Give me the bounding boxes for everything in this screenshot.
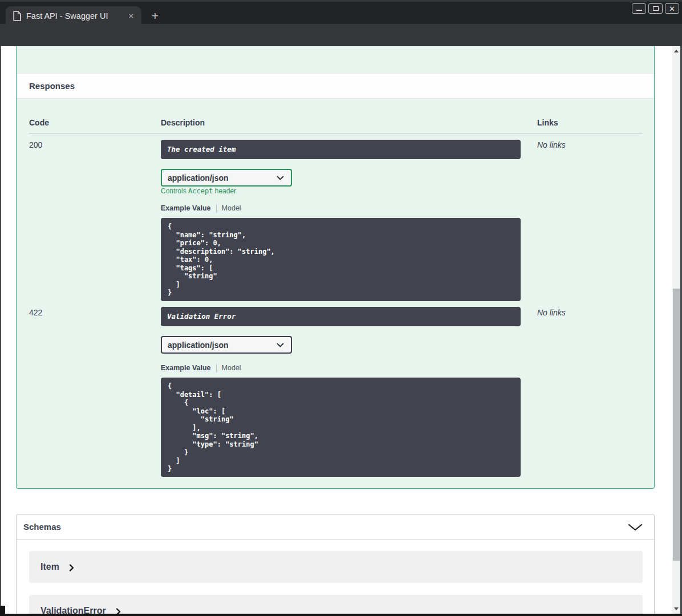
scrollbar-thumb[interactable] bbox=[673, 289, 680, 561]
schema-item-row[interactable]: Item bbox=[29, 551, 643, 583]
window-corner bbox=[0, 606, 5, 616]
media-type-select[interactable]: application/json bbox=[161, 169, 292, 187]
window-border-left bbox=[0, 46, 1, 616]
swagger-page: Responses Code Description Links 200 The… bbox=[1, 46, 680, 614]
page-scrollbar[interactable] bbox=[672, 46, 680, 614]
page-favicon-icon bbox=[13, 11, 21, 21]
response-code: 200 bbox=[29, 140, 42, 149]
response-links: No links bbox=[537, 308, 566, 317]
accept-header-note: Controls Accept header. bbox=[161, 187, 238, 195]
scroll-down-icon[interactable] bbox=[674, 607, 679, 610]
tab-model[interactable]: Model bbox=[222, 364, 241, 372]
chevron-right-icon bbox=[116, 608, 121, 614]
window-border-bottom bbox=[0, 614, 682, 616]
chevron-down-icon[interactable] bbox=[628, 524, 643, 531]
tab-title: Fast API - Swagger UI bbox=[26, 11, 117, 21]
schemas-title: Schemas bbox=[23, 514, 61, 539]
tab-close-icon[interactable]: × bbox=[125, 10, 137, 22]
scroll-up-icon[interactable] bbox=[674, 50, 679, 52]
model-example-tabs: Example Value Model bbox=[161, 204, 241, 213]
operation-panel: Responses Code Description Links 200 The… bbox=[16, 46, 655, 489]
col-header-code: Code bbox=[29, 118, 49, 127]
chevron-down-icon bbox=[277, 176, 284, 180]
responses-section-header: Responses bbox=[17, 73, 654, 99]
tab-strip: Fast API - Swagger UI × + ✕ bbox=[0, 0, 682, 24]
table-divider bbox=[29, 133, 643, 133]
chevron-down-icon bbox=[277, 343, 284, 347]
maximize-button[interactable] bbox=[648, 3, 663, 14]
schemas-section: Schemas Item ValidationError bbox=[16, 514, 655, 614]
schemas-header[interactable]: Schemas bbox=[17, 514, 654, 540]
model-example-tabs: Example Value Model bbox=[161, 363, 241, 372]
response-description: Validation Error bbox=[161, 307, 521, 326]
response-description: The created item bbox=[161, 140, 521, 159]
new-tab-button[interactable]: + bbox=[148, 9, 162, 23]
media-type-select[interactable]: application/json bbox=[161, 336, 292, 354]
window-controls: ✕ bbox=[632, 3, 679, 14]
browser-tab[interactable]: Fast API - Swagger UI × bbox=[6, 6, 141, 26]
col-header-links: Links bbox=[537, 118, 558, 127]
responses-title: Responses bbox=[29, 74, 75, 99]
tab-example-value[interactable]: Example Value bbox=[161, 364, 211, 372]
chevron-right-icon bbox=[69, 564, 74, 572]
schema-validationerror-row[interactable]: ValidationError bbox=[29, 595, 643, 614]
tab-model[interactable]: Model bbox=[222, 204, 241, 212]
browser-window: Fast API - Swagger UI × + ✕ i 127.0.0.1:… bbox=[0, 0, 682, 616]
tab-example-value[interactable]: Example Value bbox=[161, 204, 211, 212]
example-json: { "name": "string", "price": 0, "descrip… bbox=[161, 218, 521, 301]
minimize-button[interactable] bbox=[632, 3, 646, 14]
browser-toolbar: i 127.0.0.1:8000/docs ☆ bbox=[0, 24, 682, 46]
close-button[interactable]: ✕ bbox=[665, 3, 679, 14]
response-code: 422 bbox=[29, 308, 42, 317]
col-header-description: Description bbox=[161, 118, 205, 127]
example-json: { "detail": [ { "loc": [ "string" ], "ms… bbox=[161, 378, 521, 477]
response-links: No links bbox=[537, 140, 566, 149]
